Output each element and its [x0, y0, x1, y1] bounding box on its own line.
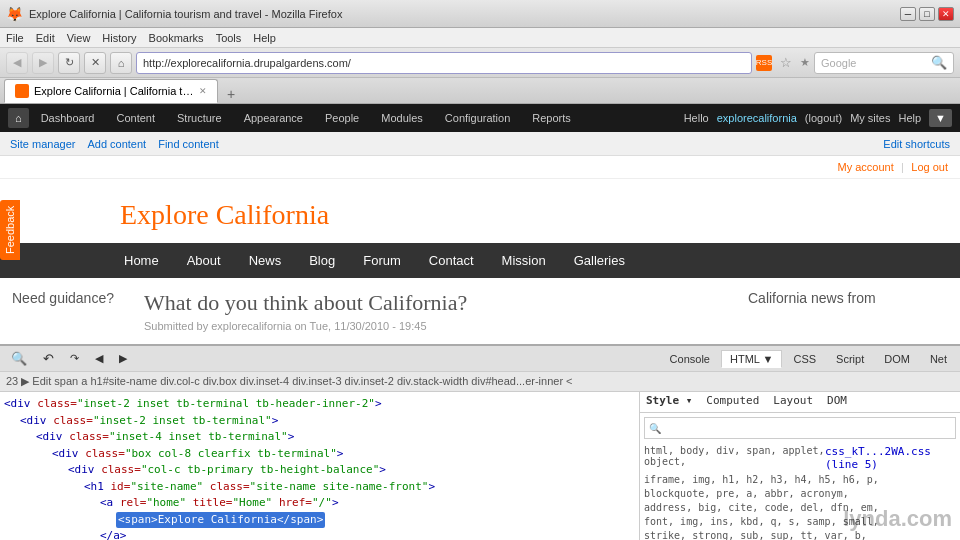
- nav-galleries[interactable]: Galleries: [560, 243, 639, 278]
- search-icon: 🔍: [649, 423, 661, 434]
- devtools-tab-html[interactable]: HTML ▼: [721, 350, 782, 368]
- nav-blog[interactable]: Blog: [295, 243, 349, 278]
- search-bar[interactable]: Google 🔍: [814, 52, 954, 74]
- devtools-tab-net[interactable]: Net: [921, 350, 956, 368]
- tree-line-4: <div class="box col-8 clearfix tb-termin…: [52, 446, 635, 463]
- tree-line-9: </a>: [100, 528, 635, 540]
- title-bar: 🦊 Explore California | California touris…: [0, 0, 960, 28]
- feedback-tab[interactable]: Feedback: [0, 200, 20, 260]
- tree-line-3: <div class="inset-4 inset tb-terminal">: [36, 429, 635, 446]
- admin-structure[interactable]: Structure: [167, 104, 232, 132]
- lynda-watermark: lynda.com: [843, 506, 952, 532]
- address-bar[interactable]: http://explorecalifornia.drupalgardens.c…: [136, 52, 752, 74]
- admin-logout-link[interactable]: (logout): [805, 112, 842, 124]
- admin-configuration[interactable]: Configuration: [435, 104, 520, 132]
- admin-home-button[interactable]: ⌂: [8, 108, 29, 128]
- devtools-next-button[interactable]: ▶: [112, 349, 134, 368]
- address-text: http://explorecalifornia.drupalgardens.c…: [143, 57, 351, 69]
- close-button[interactable]: ✕: [938, 7, 954, 21]
- style-tab-layout[interactable]: Layout: [767, 392, 819, 409]
- style-filename[interactable]: css_kT...2WA.css (line 5): [825, 445, 956, 471]
- menu-help[interactable]: Help: [253, 32, 276, 44]
- admin-username: explorecalifornia: [717, 112, 797, 124]
- main-subheading: Submitted by explorecalifornia on Tue, 1…: [144, 320, 736, 332]
- tab-title: Explore California | California tourism.…: [34, 85, 194, 97]
- nav-contact[interactable]: Contact: [415, 243, 488, 278]
- devtools-forward-button[interactable]: ↷: [63, 349, 86, 368]
- devtools-style-search[interactable]: 🔍: [644, 417, 956, 439]
- maximize-button[interactable]: □: [919, 7, 935, 21]
- nav-forum[interactable]: Forum: [349, 243, 415, 278]
- admin-mysites-link[interactable]: My sites: [850, 112, 890, 124]
- site-header: Explore California: [0, 179, 960, 243]
- rss-icon: RSS: [756, 55, 772, 71]
- devtools-inspect-button[interactable]: 🔍: [4, 348, 34, 369]
- nav-home[interactable]: Home: [110, 243, 173, 278]
- sidebar-heading: Need guidance?: [12, 290, 132, 306]
- tree-line-7: <a rel="home" title="Home" href="/">: [100, 495, 635, 512]
- nav-news[interactable]: News: [235, 243, 296, 278]
- menu-file[interactable]: File: [6, 32, 24, 44]
- tree-line-5: <div class="col-c tb-primary tb-height-b…: [68, 462, 635, 479]
- devtools-tab-css[interactable]: CSS: [784, 350, 825, 368]
- admin-appearance[interactable]: Appearance: [234, 104, 313, 132]
- back-button[interactable]: ◀: [6, 52, 28, 74]
- site-area: My account | Log out Explore California …: [0, 156, 960, 344]
- admin-dashboard[interactable]: Dashboard: [31, 104, 105, 132]
- site-title: Explore California: [120, 199, 948, 231]
- find-content-link[interactable]: Find content: [158, 138, 219, 150]
- right-heading: California news from: [748, 290, 948, 306]
- bookmark-star2-icon[interactable]: ★: [800, 56, 810, 69]
- tree-line-1: <div class="inset-2 inset tb-terminal tb…: [4, 396, 635, 413]
- menu-view[interactable]: View: [67, 32, 91, 44]
- tree-line-8-selected[interactable]: <span>Explore California</span>: [116, 512, 635, 529]
- stop-button[interactable]: ✕: [84, 52, 106, 74]
- html-tree: <div class="inset-2 inset tb-terminal tb…: [4, 396, 635, 540]
- forward-button[interactable]: ▶: [32, 52, 54, 74]
- style-tab-dom[interactable]: DOM: [821, 392, 853, 409]
- admin-right-section: Hello explorecalifornia (logout) My site…: [684, 109, 952, 127]
- minimize-button[interactable]: ─: [900, 7, 916, 21]
- menu-bookmarks[interactable]: Bookmarks: [149, 32, 204, 44]
- admin-dropdown-button[interactable]: ▼: [929, 109, 952, 127]
- style-rule-line-1: blockquote, pre, a, abbr, acronym,: [644, 487, 956, 501]
- devtools-back-button[interactable]: ◀: [88, 349, 110, 368]
- admin-modules[interactable]: Modules: [371, 104, 433, 132]
- devtools-cursor-button[interactable]: ↶: [36, 348, 61, 369]
- admin-reports[interactable]: Reports: [522, 104, 581, 132]
- home-button[interactable]: ⌂: [110, 52, 132, 74]
- menu-history[interactable]: History: [102, 32, 136, 44]
- site-manager-link[interactable]: Site manager: [10, 138, 75, 150]
- new-tab-button[interactable]: +: [222, 85, 240, 103]
- admin-content[interactable]: Content: [106, 104, 165, 132]
- style-tab-style[interactable]: Style ▾: [640, 392, 698, 409]
- nav-mission[interactable]: Mission: [488, 243, 560, 278]
- admin-people[interactable]: People: [315, 104, 369, 132]
- style-panel-header: Style ▾ Computed Layout DOM: [640, 392, 960, 413]
- nav-about[interactable]: About: [173, 243, 235, 278]
- search-button[interactable]: 🔍: [931, 55, 947, 70]
- admin-help-link[interactable]: Help: [898, 112, 921, 124]
- html-tree-panel[interactable]: <div class="inset-2 inset tb-terminal tb…: [0, 392, 640, 540]
- edit-shortcuts-link[interactable]: Edit shortcuts: [883, 138, 950, 150]
- sidebar-left: Need guidance?: [12, 290, 132, 332]
- devtools-tab-script[interactable]: Script: [827, 350, 873, 368]
- devtools-content: <div class="inset-2 inset tb-terminal tb…: [0, 392, 960, 540]
- devtools-tab-dom[interactable]: DOM: [875, 350, 919, 368]
- tab-favicon: [15, 84, 29, 98]
- hello-text: Hello: [684, 112, 709, 124]
- style-tab-computed[interactable]: Computed: [700, 392, 765, 409]
- tab-close-button[interactable]: ✕: [199, 86, 207, 96]
- window-title: Explore California | California tourism …: [29, 8, 342, 20]
- log-out-link[interactable]: Log out: [911, 161, 948, 173]
- browser-tab[interactable]: Explore California | California tourism.…: [4, 79, 218, 103]
- tree-line-6: <h1 id="site-name" class="site-name site…: [84, 479, 635, 496]
- menu-edit[interactable]: Edit: [36, 32, 55, 44]
- my-account-link[interactable]: My account: [838, 161, 894, 173]
- bookmark-star-icon[interactable]: ☆: [780, 55, 792, 70]
- user-links-bar: My account | Log out: [0, 156, 960, 179]
- menu-tools[interactable]: Tools: [216, 32, 242, 44]
- reload-button[interactable]: ↻: [58, 52, 80, 74]
- add-content-link[interactable]: Add content: [87, 138, 146, 150]
- devtools-tab-console[interactable]: Console: [661, 350, 719, 368]
